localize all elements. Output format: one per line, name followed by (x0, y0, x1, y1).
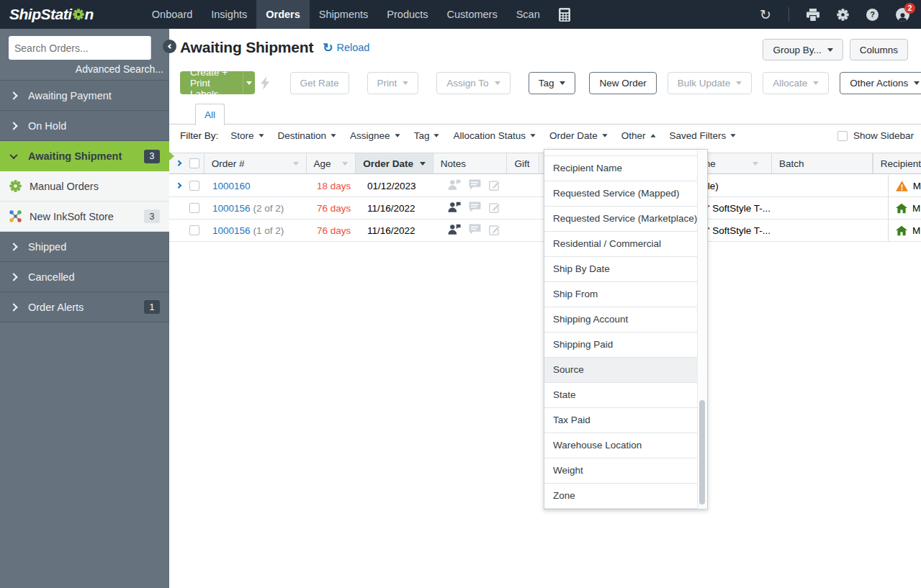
edit-note-icon[interactable] (489, 202, 500, 215)
filter-allocation-status[interactable]: Allocation Status (453, 130, 536, 141)
menu-item-shipping-account[interactable]: Shipping Account (544, 307, 697, 333)
allocate-label: Allocate (773, 78, 807, 89)
column-filter-icon[interactable] (293, 162, 299, 166)
select-all-checkbox[interactable] (189, 158, 199, 168)
help-button[interactable] (866, 9, 879, 21)
search-input[interactable] (9, 36, 150, 60)
menu-item-requested-service-mapped[interactable]: Requested Service (Mapped) (544, 181, 697, 207)
column-header-order-date[interactable]: Order Date (356, 153, 433, 173)
recipient-name[interactable]: M (912, 203, 920, 214)
customer-note-icon[interactable] (448, 202, 461, 214)
menu-item-state[interactable]: State (544, 383, 697, 408)
sidebar-item-awaiting-shipment[interactable]: Awaiting Shipment 3 (0, 141, 169, 171)
nav-item-products[interactable]: Products (377, 0, 437, 29)
sidebar-item-new-inksoft-store[interactable]: New InkSoft Store 3 (0, 202, 169, 232)
search-button[interactable] (150, 36, 151, 60)
menu-scrollbar-track[interactable] (697, 150, 707, 509)
nav-item-scan[interactable]: Scan (507, 0, 549, 29)
edit-note-icon[interactable] (489, 224, 500, 238)
menu-item-requested-service-marketplace[interactable]: Requested Service (Marketplace) (544, 207, 697, 232)
column-header-recipient[interactable]: Recipient (873, 153, 921, 173)
menu-item-zone[interactable]: Zone (544, 484, 697, 509)
column-header-order[interactable]: Order # (205, 153, 307, 173)
bulk-update-button[interactable]: Bulk Update (668, 72, 752, 94)
menu-item-residential-commercial[interactable]: Residential / Commercial (544, 232, 697, 257)
refresh-button[interactable]: ↻ (760, 8, 771, 22)
show-sidebar-checkbox[interactable] (837, 131, 848, 141)
group-by-button[interactable]: Group By... (763, 39, 843, 60)
settings-button[interactable] (837, 9, 849, 21)
order-note-icon[interactable] (469, 179, 481, 192)
sidebar-item-awaiting-payment[interactable]: Awaiting Payment (0, 81, 169, 111)
sidebar-item-on-hold[interactable]: On Hold (0, 111, 169, 141)
menu-item-warehouse-location[interactable]: Warehouse Location (544, 433, 697, 458)
menu-item-tax-paid[interactable]: Tax Paid (544, 408, 697, 433)
column-header-notes[interactable]: Notes (433, 153, 508, 173)
calculator-button[interactable] (549, 0, 580, 29)
tab-all[interactable]: All (195, 104, 225, 125)
other-actions-button[interactable]: Other Actions (840, 72, 921, 94)
filter-tag[interactable]: Tag (414, 130, 440, 141)
assign-to-button[interactable]: Assign To (436, 72, 510, 94)
print-queue-button[interactable] (807, 9, 819, 21)
filter-destination[interactable]: Destination (278, 130, 337, 141)
menu-item-ship-by-date[interactable]: Ship By Date (544, 257, 697, 282)
menu-item-weight[interactable]: Weight (544, 458, 697, 484)
print-button[interactable]: Print (367, 72, 419, 94)
row-checkbox[interactable] (189, 225, 199, 235)
sort-desc-icon[interactable] (420, 162, 426, 166)
menu-item-recipient-name[interactable]: Recipient Name (544, 156, 697, 181)
sidebar-item-order-alerts[interactable]: Order Alerts 1 (0, 292, 169, 322)
filter-order-date[interactable]: Order Date (549, 130, 608, 141)
filter-bar: Filter By: Store Destination Assignee Ta… (180, 130, 914, 141)
collapse-sidebar-button[interactable] (163, 40, 176, 53)
customer-note-icon[interactable] (448, 224, 461, 237)
order-number-link[interactable]: 1000156 (212, 203, 251, 214)
allocate-button[interactable]: Allocate (763, 72, 829, 94)
get-rate-button[interactable]: Get Rate (290, 72, 349, 94)
order-note-icon[interactable] (469, 202, 481, 214)
reload-button[interactable]: ↻ Reload (323, 42, 369, 54)
menu-scrollbar-thumb[interactable] (699, 400, 705, 505)
column-filter-icon[interactable] (342, 162, 348, 166)
nav-item-insights[interactable]: Insights (202, 0, 256, 29)
nav-item-onboard[interactable]: Onboard (143, 0, 202, 29)
filter-store[interactable]: Store (230, 130, 264, 141)
order-number-link[interactable]: 1000160 (212, 181, 251, 191)
columns-button[interactable]: Columns (850, 39, 908, 60)
menu-item-source[interactable]: Source (544, 358, 697, 383)
column-header-age[interactable]: Age (307, 153, 356, 173)
tag-button[interactable]: Tag (529, 72, 576, 94)
recipient-name[interactable]: M (913, 181, 921, 191)
advanced-search-link[interactable]: Advanced Search... (76, 63, 163, 75)
new-order-button[interactable]: New Order (589, 72, 656, 94)
nav-item-shipments[interactable]: Shipments (310, 0, 378, 29)
expand-row-button[interactable] (176, 184, 184, 188)
expand-all-button[interactable] (176, 161, 184, 166)
sidebar-item-manual-orders[interactable]: Manual Orders (0, 171, 169, 202)
filter-other[interactable]: Other (621, 130, 656, 141)
order-number-link[interactable]: 1000156 (212, 225, 251, 236)
create-print-labels-button[interactable]: Create + Print Labels (180, 71, 255, 94)
row-checkbox[interactable] (189, 203, 199, 213)
order-suffix: (1 of 2) (253, 225, 284, 236)
filter-assignee[interactable]: Assignee (350, 130, 400, 141)
order-note-icon[interactable] (469, 224, 481, 237)
create-print-labels-dropdown[interactable] (243, 71, 255, 94)
menu-item-ship-from[interactable]: Ship From (544, 282, 697, 307)
column-header-gift[interactable]: Gift (507, 153, 539, 173)
row-checkbox[interactable] (189, 181, 199, 191)
nav-item-orders[interactable]: Orders (256, 0, 310, 29)
sidebar-item-shipped[interactable]: Shipped (0, 232, 169, 262)
filter-saved-filters[interactable]: Saved Filters (670, 130, 737, 141)
customer-note-icon[interactable] (448, 179, 461, 192)
recipient-name[interactable]: M (912, 225, 920, 236)
shipstation-logo[interactable]: ShipStati n (9, 6, 94, 23)
account-menu-button[interactable]: 2 (896, 8, 909, 22)
sidebar-item-cancelled[interactable]: Cancelled (0, 262, 169, 292)
column-filter-icon[interactable] (752, 162, 758, 166)
edit-note-icon[interactable] (489, 179, 500, 193)
column-header-batch[interactable]: Batch (772, 153, 873, 173)
nav-item-customers[interactable]: Customers (438, 0, 507, 29)
menu-item-shipping-paid[interactable]: Shipping Paid (544, 333, 697, 358)
